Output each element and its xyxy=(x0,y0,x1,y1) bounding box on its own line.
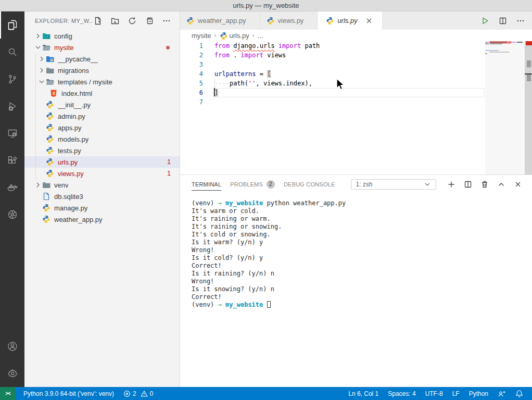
collapse-folders-button[interactable] xyxy=(145,16,154,26)
tree-item-config[interactable]: config xyxy=(24,30,180,42)
tree-item-migrations[interactable]: migrations xyxy=(24,65,180,76)
views-and-more-actions-button[interactable] xyxy=(162,16,171,26)
tree-item-mysite[interactable]: mysite xyxy=(24,42,180,53)
split-terminal-button[interactable] xyxy=(464,180,472,189)
maximize-panel-button[interactable] xyxy=(497,180,505,189)
activity-bar-item-source-control[interactable] xyxy=(0,66,24,93)
tree-item-urls-py[interactable]: urls.py1 xyxy=(24,156,180,168)
tree-item-tests-py[interactable]: tests.py xyxy=(24,145,180,156)
tree-item-label: weather_app.py xyxy=(54,216,103,223)
minimap-line xyxy=(490,43,502,44)
code-token: from xyxy=(214,52,230,59)
explorer-header: EXPLORER: MY_W... xyxy=(24,11,180,30)
more-actions-button[interactable] xyxy=(516,17,525,25)
chevron-right-icon[interactable] xyxy=(37,66,46,74)
editor-tab-urls-py[interactable]: urls.py xyxy=(318,11,382,30)
activity-bar-item-manage[interactable] xyxy=(0,360,24,387)
line-number: 5 xyxy=(180,79,203,88)
error-dot-badge xyxy=(166,46,170,49)
code-token: ] xyxy=(214,89,218,96)
panel-tab-problems[interactable]: PROBLEMS2 xyxy=(230,175,275,193)
code-line-5: 5 path('', views.index), xyxy=(180,79,532,88)
line-number: 7 xyxy=(180,97,203,107)
run-python-file-button[interactable] xyxy=(481,17,489,25)
activity-bar-item-extensions[interactable] xyxy=(0,147,24,174)
editor-tab-weather-app-py[interactable]: weather_app.py xyxy=(180,11,260,30)
tree-item-admin-py[interactable]: admin.py xyxy=(24,110,180,122)
new-file-button[interactable] xyxy=(93,16,103,26)
breadcrumb-item[interactable]: ... xyxy=(258,32,263,40)
chevron-right-icon[interactable] xyxy=(34,181,42,189)
python-interpreter-status[interactable]: Python 3.9.0 64-bit ('venv': venv) xyxy=(19,390,119,397)
panel-tab-terminal[interactable]: TERMINAL xyxy=(192,175,221,193)
tree-item-manage-py[interactable]: manage.py xyxy=(24,202,180,214)
tree-item-label: index.html xyxy=(61,90,92,97)
status-indentation[interactable]: Spaces: 4 xyxy=(383,390,420,397)
notifications-bell-icon[interactable] xyxy=(511,390,528,398)
twisty-spacer xyxy=(37,146,46,155)
overview-ruler-mark xyxy=(526,41,532,45)
activity-bar-item-accounts[interactable] xyxy=(0,333,24,360)
new-terminal-button[interactable] xyxy=(447,180,455,189)
code-text: from . import views xyxy=(214,51,286,60)
error-icon xyxy=(123,390,131,397)
editor-tab-views-py[interactable]: views.py xyxy=(260,11,318,30)
close-tab-icon[interactable] xyxy=(365,17,373,25)
python-file-icon xyxy=(46,169,54,178)
explorer-sidebar: EXPLORER: MY_W... configmysite__pycache_… xyxy=(24,11,180,387)
code-token: import xyxy=(241,52,263,59)
tree-item--pycache-[interactable]: __pycache__ xyxy=(24,53,180,65)
status-cursor-position[interactable]: Ln 6, Col 1 xyxy=(344,390,383,397)
chevron-down-icon[interactable] xyxy=(37,78,46,86)
feedback-icon[interactable] xyxy=(493,390,511,398)
tree-item-templates-mysite[interactable]: templates / mysite xyxy=(24,76,180,88)
tab-label: urls.py xyxy=(337,17,357,24)
tree-item-index-html[interactable]: 5index.html xyxy=(24,88,180,99)
tree-item-views-py[interactable]: views.py1 xyxy=(24,168,180,179)
breadcrumb-item[interactable]: mysite xyxy=(192,32,211,40)
tree-item-apps-py[interactable]: apps.py xyxy=(24,122,180,133)
settings-gear-icon xyxy=(6,367,19,380)
kill-terminal-button[interactable] xyxy=(480,180,489,189)
status-encoding[interactable]: UTF-8 xyxy=(421,390,448,397)
chevron-right-icon[interactable] xyxy=(34,32,42,40)
split-editor-button[interactable] xyxy=(499,17,507,25)
activity-bar-item-run-and-debug[interactable] xyxy=(0,93,24,120)
problems-status[interactable]: 2 0 xyxy=(119,390,158,397)
activity-bar-spacer xyxy=(0,228,24,333)
panel-header: TERMINALPROBLEMS2DEBUG CONSOLE1: zsh xyxy=(180,175,532,193)
status-end-of-line[interactable]: LF xyxy=(448,390,464,397)
warning-icon xyxy=(141,390,148,397)
minimap[interactable] xyxy=(485,41,525,174)
trash-icon xyxy=(480,180,489,189)
activity-bar-item-explorer[interactable] xyxy=(0,11,24,39)
chevron-down-icon[interactable] xyxy=(34,43,42,52)
folder-icon xyxy=(42,181,50,189)
tree-item-models-py[interactable]: models.py xyxy=(24,133,180,145)
overview-ruler[interactable] xyxy=(525,41,532,174)
tree-item-label: views.py xyxy=(58,170,84,178)
tree-item--init-py[interactable]: __init__.py xyxy=(24,99,180,110)
remote-indicator[interactable]: >< xyxy=(0,387,16,400)
breadcrumb-item[interactable]: urls.py xyxy=(230,32,249,40)
breadcrumb-separator-icon: › xyxy=(251,32,256,39)
activity-bar-item-search[interactable] xyxy=(0,39,24,66)
close-panel-button[interactable] xyxy=(514,180,522,189)
terminal-output[interactable]: (venv) → my_website python weather_app.p… xyxy=(180,193,532,387)
terminal-shell-select[interactable]: 1: zsh xyxy=(351,179,436,190)
status-language-mode[interactable]: Python xyxy=(464,390,493,397)
code-token: , views.index), xyxy=(256,80,312,87)
refresh-explorer-button[interactable] xyxy=(128,16,137,26)
new-folder-button[interactable] xyxy=(110,16,120,26)
code-editor[interactable]: 1from django.urls import path2from . imp… xyxy=(180,41,532,174)
tree-item-weather-app-py[interactable]: weather_app.py xyxy=(24,214,180,225)
tree-item-db-sqlite3[interactable]: db.sqlite3 xyxy=(24,191,180,202)
panel-tab-debug-console[interactable]: DEBUG CONSOLE xyxy=(284,175,335,193)
chevron-right-icon[interactable] xyxy=(37,55,46,63)
activity-bar-item-remote-explorer[interactable] xyxy=(0,120,24,147)
activity-bar-item-docker[interactable] xyxy=(0,174,24,201)
activity-bar-item-kubernetes[interactable] xyxy=(0,201,24,228)
tree-item-label: templates / mysite xyxy=(58,78,112,86)
tree-item-venv[interactable]: venv xyxy=(24,179,180,191)
minimap-line xyxy=(485,50,499,51)
